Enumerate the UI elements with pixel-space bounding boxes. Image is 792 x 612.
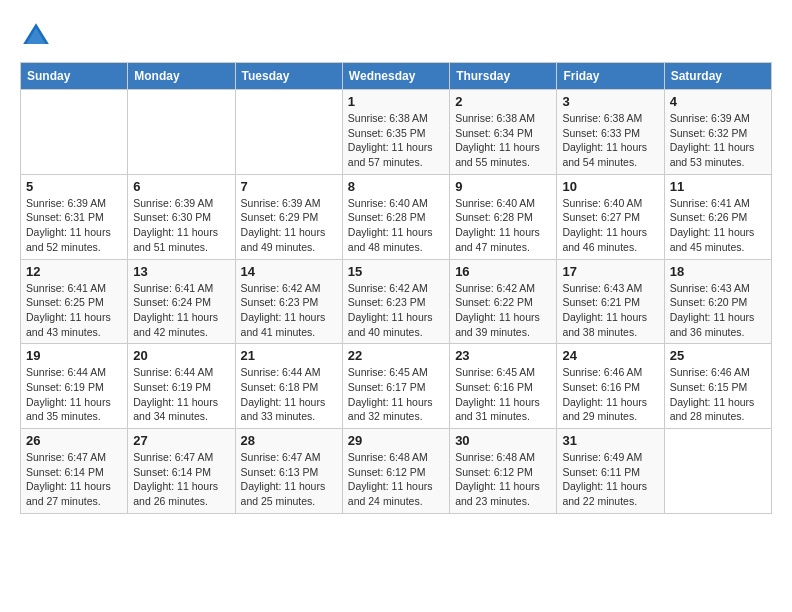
header-row: SundayMondayTuesdayWednesdayThursdayFrid…: [21, 63, 772, 90]
calendar-cell: 5Sunrise: 6:39 AM Sunset: 6:31 PM Daylig…: [21, 174, 128, 259]
calendar-cell: 16Sunrise: 6:42 AM Sunset: 6:22 PM Dayli…: [450, 259, 557, 344]
day-number: 18: [670, 264, 766, 279]
day-number: 22: [348, 348, 444, 363]
day-info: Sunrise: 6:46 AM Sunset: 6:16 PM Dayligh…: [562, 365, 658, 424]
day-info: Sunrise: 6:40 AM Sunset: 6:28 PM Dayligh…: [348, 196, 444, 255]
calendar-cell: 22Sunrise: 6:45 AM Sunset: 6:17 PM Dayli…: [342, 344, 449, 429]
calendar-cell: 12Sunrise: 6:41 AM Sunset: 6:25 PM Dayli…: [21, 259, 128, 344]
calendar-cell: 23Sunrise: 6:45 AM Sunset: 6:16 PM Dayli…: [450, 344, 557, 429]
calendar-cell: 31Sunrise: 6:49 AM Sunset: 6:11 PM Dayli…: [557, 429, 664, 514]
calendar-body: 1Sunrise: 6:38 AM Sunset: 6:35 PM Daylig…: [21, 90, 772, 514]
header-day-saturday: Saturday: [664, 63, 771, 90]
calendar-cell: [664, 429, 771, 514]
calendar-header: SundayMondayTuesdayWednesdayThursdayFrid…: [21, 63, 772, 90]
day-number: 29: [348, 433, 444, 448]
calendar-cell: 1Sunrise: 6:38 AM Sunset: 6:35 PM Daylig…: [342, 90, 449, 175]
header-day-wednesday: Wednesday: [342, 63, 449, 90]
calendar-cell: 13Sunrise: 6:41 AM Sunset: 6:24 PM Dayli…: [128, 259, 235, 344]
calendar-cell: 8Sunrise: 6:40 AM Sunset: 6:28 PM Daylig…: [342, 174, 449, 259]
calendar-cell: 24Sunrise: 6:46 AM Sunset: 6:16 PM Dayli…: [557, 344, 664, 429]
day-number: 21: [241, 348, 337, 363]
day-info: Sunrise: 6:42 AM Sunset: 6:22 PM Dayligh…: [455, 281, 551, 340]
day-number: 1: [348, 94, 444, 109]
day-info: Sunrise: 6:38 AM Sunset: 6:34 PM Dayligh…: [455, 111, 551, 170]
calendar-cell: 10Sunrise: 6:40 AM Sunset: 6:27 PM Dayli…: [557, 174, 664, 259]
day-number: 15: [348, 264, 444, 279]
calendar-cell: 26Sunrise: 6:47 AM Sunset: 6:14 PM Dayli…: [21, 429, 128, 514]
logo-icon: [20, 20, 52, 52]
week-row-1: 1Sunrise: 6:38 AM Sunset: 6:35 PM Daylig…: [21, 90, 772, 175]
calendar-cell: 6Sunrise: 6:39 AM Sunset: 6:30 PM Daylig…: [128, 174, 235, 259]
day-number: 17: [562, 264, 658, 279]
day-number: 8: [348, 179, 444, 194]
day-number: 12: [26, 264, 122, 279]
calendar-cell: [21, 90, 128, 175]
day-info: Sunrise: 6:39 AM Sunset: 6:30 PM Dayligh…: [133, 196, 229, 255]
calendar-cell: 20Sunrise: 6:44 AM Sunset: 6:19 PM Dayli…: [128, 344, 235, 429]
day-number: 20: [133, 348, 229, 363]
day-info: Sunrise: 6:39 AM Sunset: 6:29 PM Dayligh…: [241, 196, 337, 255]
day-number: 4: [670, 94, 766, 109]
calendar-cell: 25Sunrise: 6:46 AM Sunset: 6:15 PM Dayli…: [664, 344, 771, 429]
day-number: 6: [133, 179, 229, 194]
day-number: 7: [241, 179, 337, 194]
day-info: Sunrise: 6:38 AM Sunset: 6:35 PM Dayligh…: [348, 111, 444, 170]
calendar-cell: 19Sunrise: 6:44 AM Sunset: 6:19 PM Dayli…: [21, 344, 128, 429]
logo: [20, 20, 56, 52]
calendar-cell: [235, 90, 342, 175]
calendar-cell: [128, 90, 235, 175]
week-row-3: 12Sunrise: 6:41 AM Sunset: 6:25 PM Dayli…: [21, 259, 772, 344]
day-number: 31: [562, 433, 658, 448]
header-day-friday: Friday: [557, 63, 664, 90]
calendar-cell: 27Sunrise: 6:47 AM Sunset: 6:14 PM Dayli…: [128, 429, 235, 514]
day-info: Sunrise: 6:42 AM Sunset: 6:23 PM Dayligh…: [348, 281, 444, 340]
day-info: Sunrise: 6:40 AM Sunset: 6:27 PM Dayligh…: [562, 196, 658, 255]
calendar-cell: 30Sunrise: 6:48 AM Sunset: 6:12 PM Dayli…: [450, 429, 557, 514]
day-info: Sunrise: 6:40 AM Sunset: 6:28 PM Dayligh…: [455, 196, 551, 255]
calendar-cell: 21Sunrise: 6:44 AM Sunset: 6:18 PM Dayli…: [235, 344, 342, 429]
header-day-monday: Monday: [128, 63, 235, 90]
calendar-cell: 7Sunrise: 6:39 AM Sunset: 6:29 PM Daylig…: [235, 174, 342, 259]
day-number: 23: [455, 348, 551, 363]
day-number: 13: [133, 264, 229, 279]
day-info: Sunrise: 6:43 AM Sunset: 6:21 PM Dayligh…: [562, 281, 658, 340]
day-info: Sunrise: 6:39 AM Sunset: 6:32 PM Dayligh…: [670, 111, 766, 170]
day-info: Sunrise: 6:41 AM Sunset: 6:24 PM Dayligh…: [133, 281, 229, 340]
day-number: 14: [241, 264, 337, 279]
calendar-cell: 14Sunrise: 6:42 AM Sunset: 6:23 PM Dayli…: [235, 259, 342, 344]
day-info: Sunrise: 6:41 AM Sunset: 6:25 PM Dayligh…: [26, 281, 122, 340]
day-info: Sunrise: 6:43 AM Sunset: 6:20 PM Dayligh…: [670, 281, 766, 340]
day-info: Sunrise: 6:38 AM Sunset: 6:33 PM Dayligh…: [562, 111, 658, 170]
day-info: Sunrise: 6:44 AM Sunset: 6:19 PM Dayligh…: [133, 365, 229, 424]
calendar-cell: 15Sunrise: 6:42 AM Sunset: 6:23 PM Dayli…: [342, 259, 449, 344]
calendar-cell: 17Sunrise: 6:43 AM Sunset: 6:21 PM Dayli…: [557, 259, 664, 344]
week-row-4: 19Sunrise: 6:44 AM Sunset: 6:19 PM Dayli…: [21, 344, 772, 429]
day-info: Sunrise: 6:44 AM Sunset: 6:18 PM Dayligh…: [241, 365, 337, 424]
week-row-2: 5Sunrise: 6:39 AM Sunset: 6:31 PM Daylig…: [21, 174, 772, 259]
day-info: Sunrise: 6:47 AM Sunset: 6:14 PM Dayligh…: [133, 450, 229, 509]
day-info: Sunrise: 6:47 AM Sunset: 6:14 PM Dayligh…: [26, 450, 122, 509]
day-info: Sunrise: 6:39 AM Sunset: 6:31 PM Dayligh…: [26, 196, 122, 255]
header-day-tuesday: Tuesday: [235, 63, 342, 90]
header-day-sunday: Sunday: [21, 63, 128, 90]
day-number: 2: [455, 94, 551, 109]
day-number: 19: [26, 348, 122, 363]
calendar-cell: 2Sunrise: 6:38 AM Sunset: 6:34 PM Daylig…: [450, 90, 557, 175]
week-row-5: 26Sunrise: 6:47 AM Sunset: 6:14 PM Dayli…: [21, 429, 772, 514]
day-number: 30: [455, 433, 551, 448]
day-number: 24: [562, 348, 658, 363]
day-info: Sunrise: 6:49 AM Sunset: 6:11 PM Dayligh…: [562, 450, 658, 509]
day-info: Sunrise: 6:48 AM Sunset: 6:12 PM Dayligh…: [348, 450, 444, 509]
day-info: Sunrise: 6:42 AM Sunset: 6:23 PM Dayligh…: [241, 281, 337, 340]
day-number: 3: [562, 94, 658, 109]
day-number: 26: [26, 433, 122, 448]
day-number: 5: [26, 179, 122, 194]
day-number: 9: [455, 179, 551, 194]
day-info: Sunrise: 6:44 AM Sunset: 6:19 PM Dayligh…: [26, 365, 122, 424]
day-info: Sunrise: 6:47 AM Sunset: 6:13 PM Dayligh…: [241, 450, 337, 509]
page-header: [20, 20, 772, 52]
day-info: Sunrise: 6:41 AM Sunset: 6:26 PM Dayligh…: [670, 196, 766, 255]
day-number: 11: [670, 179, 766, 194]
day-info: Sunrise: 6:45 AM Sunset: 6:17 PM Dayligh…: [348, 365, 444, 424]
calendar-cell: 4Sunrise: 6:39 AM Sunset: 6:32 PM Daylig…: [664, 90, 771, 175]
